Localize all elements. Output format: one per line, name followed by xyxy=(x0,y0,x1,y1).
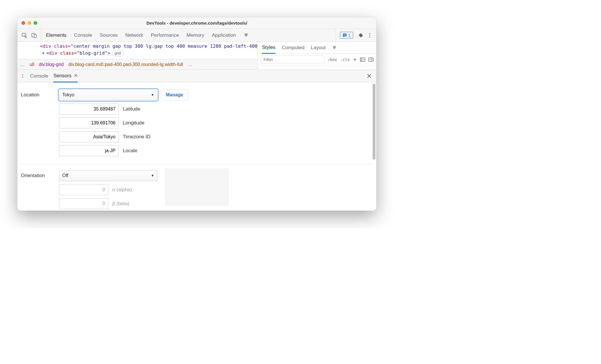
tab-console[interactable]: Console xyxy=(74,29,92,41)
svg-rect-3 xyxy=(344,34,346,35)
chevron-down-icon: ▼ xyxy=(151,174,154,178)
scrollbar[interactable] xyxy=(373,84,375,211)
svg-point-12 xyxy=(22,76,23,76)
issues-badge[interactable]: 1 xyxy=(340,32,353,38)
svg-rect-0 xyxy=(22,33,26,36)
dom-line-1[interactable]: <div class="center margin gap top 300 lg… xyxy=(40,43,254,50)
kebab-menu-icon[interactable] xyxy=(367,33,372,38)
styles-tab-layout[interactable]: Layout xyxy=(311,42,326,54)
sensors-panel: Location Tokyo ▼ Manage Latitude Longitu… xyxy=(17,82,376,211)
latitude-input[interactable] xyxy=(59,104,119,115)
breadcrumb-scroll-left[interactable]: … xyxy=(20,62,25,67)
styles-pane: Styles Computed Layout :hov .cls xyxy=(258,42,376,69)
manage-locations-button[interactable]: Manage xyxy=(161,89,188,100)
grid-pill[interactable]: grid xyxy=(112,50,124,56)
tab-performance[interactable]: Performance xyxy=(151,29,179,41)
issues-count: 1 xyxy=(348,33,351,38)
drawer-tabs: Console Sensors ✕ ✕ xyxy=(17,70,376,82)
timezone-label: Timezone ID xyxy=(123,134,151,140)
svg-rect-10 xyxy=(369,58,373,61)
tab-network[interactable]: Network xyxy=(125,29,143,41)
window-title: DevTools - developer.chrome.com/tags/dev… xyxy=(17,21,376,25)
styles-tabs: Styles Computed Layout xyxy=(258,42,376,54)
tab-memory[interactable]: Memory xyxy=(186,29,204,41)
elements-breadcrumbs: … ull div.blog-grid div.blog-card.md\:pa… xyxy=(17,59,258,69)
computed-styles-sidebar-icon[interactable] xyxy=(360,57,365,62)
location-label: Location xyxy=(21,92,56,98)
tab-application[interactable]: Application xyxy=(212,29,236,41)
panels-split: <div class="center margin gap top 300 lg… xyxy=(17,42,376,70)
svg-point-11 xyxy=(22,74,23,75)
more-tabs-icon[interactable] xyxy=(243,33,249,38)
toggle-sidebar-icon[interactable] xyxy=(368,57,373,62)
orientation-row: Orientation Off ▼ xyxy=(17,168,161,183)
longitude-input[interactable] xyxy=(59,117,119,128)
hov-toggle[interactable]: :hov xyxy=(327,57,337,62)
timezone-row: Timezone ID xyxy=(17,130,376,144)
tab-elements[interactable]: Elements xyxy=(46,29,67,41)
locale-input[interactable] xyxy=(59,145,119,156)
svg-point-13 xyxy=(22,77,23,78)
main-tabs: Elements Console Sources Network Perform… xyxy=(41,29,336,41)
close-tab-icon[interactable]: ✕ xyxy=(74,73,78,78)
locale-row: Locale xyxy=(17,144,376,158)
toolbar-left xyxy=(17,29,41,41)
minimize-window-button[interactable] xyxy=(28,21,31,25)
breadcrumb-item[interactable]: div.blog-card.md\:pad-400.pad-300.rounde… xyxy=(68,62,183,67)
svg-point-6 xyxy=(369,35,370,36)
section-divider xyxy=(21,164,373,164)
breadcrumb-scroll-right[interactable]: … xyxy=(188,62,192,67)
svg-rect-2 xyxy=(34,34,36,38)
svg-point-7 xyxy=(369,36,370,37)
orientation-select-value: Off xyxy=(62,173,68,178)
inspect-element-icon[interactable] xyxy=(21,32,27,38)
svg-point-5 xyxy=(369,33,370,34)
longitude-label: Longitude xyxy=(123,120,144,126)
titlebar: DevTools - developer.chrome.com/tags/dev… xyxy=(17,17,376,29)
device-toolbar-icon[interactable] xyxy=(31,32,37,38)
maximize-window-button[interactable] xyxy=(34,21,37,25)
more-styles-tabs-icon[interactable] xyxy=(332,45,337,50)
window-controls xyxy=(17,21,37,25)
styles-tab-computed[interactable]: Computed xyxy=(282,42,304,54)
styles-filter-input[interactable] xyxy=(261,56,325,63)
latitude-label: Latitude xyxy=(123,106,140,112)
orientation-label: Orientation xyxy=(21,173,56,179)
dom-tree[interactable]: <div class="center margin gap top 300 lg… xyxy=(17,42,258,59)
drawer-menu-icon[interactable] xyxy=(20,74,25,78)
tab-sources[interactable]: Sources xyxy=(100,29,118,41)
alpha-row: α (alpha) xyxy=(17,183,161,197)
settings-gear-icon[interactable] xyxy=(357,32,363,38)
styles-toolbar: :hov .cls xyxy=(258,54,376,65)
drawer-tab-sensors[interactable]: Sensors ✕ xyxy=(53,70,77,82)
orientation-section: Orientation Off ▼ α (alpha) β (beta) xyxy=(17,168,376,211)
timezone-input[interactable] xyxy=(59,131,119,142)
disclosure-triangle-icon[interactable]: ▼ xyxy=(42,51,44,56)
alpha-input xyxy=(59,184,108,195)
close-drawer-icon[interactable]: ✕ xyxy=(365,72,373,80)
styles-tab-styles[interactable]: Styles xyxy=(262,42,275,54)
dom-line-2[interactable]: ▼ <div class="blog-grid"> grid xyxy=(40,50,254,57)
beta-label: β (beta) xyxy=(112,201,129,207)
elements-pane: <div class="center margin gap top 300 lg… xyxy=(17,42,258,69)
main-toolbar: Elements Console Sources Network Perform… xyxy=(17,29,376,42)
location-select[interactable]: Tokyo ▼ xyxy=(59,89,157,100)
scrollbar-thumb[interactable] xyxy=(373,84,375,160)
beta-input xyxy=(59,198,108,209)
location-select-value: Tokyo xyxy=(62,92,74,98)
close-window-button[interactable] xyxy=(21,21,25,25)
orientation-select[interactable]: Off ▼ xyxy=(59,170,157,181)
breadcrumb-item[interactable]: ull xyxy=(30,62,34,67)
orientation-preview xyxy=(165,168,229,206)
longitude-row: Longitude xyxy=(17,116,376,130)
svg-rect-8 xyxy=(360,58,365,61)
svg-rect-4 xyxy=(344,35,346,35)
locale-label: Locale xyxy=(123,148,137,154)
breadcrumb-item[interactable]: div.blog-grid xyxy=(39,62,64,67)
latitude-row: Latitude xyxy=(17,102,376,116)
drawer-tab-console[interactable]: Console xyxy=(30,70,48,82)
alpha-label: α (alpha) xyxy=(112,187,132,193)
beta-row: β (beta) xyxy=(17,197,161,211)
new-style-rule-icon[interactable] xyxy=(353,57,357,62)
cls-toggle[interactable]: .cls xyxy=(340,57,350,62)
